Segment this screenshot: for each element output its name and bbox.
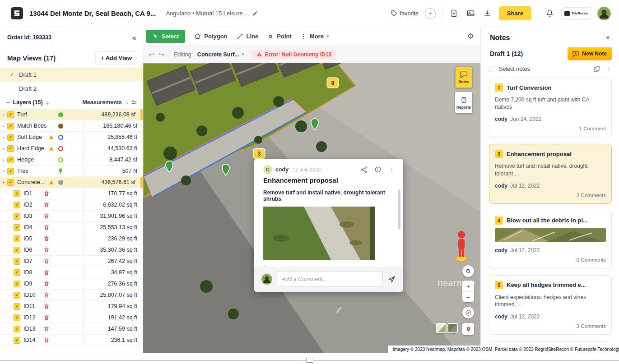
send-comment-button[interactable]	[387, 275, 396, 284]
window-resize-handle[interactable]	[306, 358, 313, 363]
new-note-button[interactable]: New Note	[568, 47, 612, 60]
sublayer-row-id2[interactable]: ID26,632.02 sq ft	[0, 199, 143, 211]
drop-pin-button[interactable]	[462, 323, 474, 335]
note-card-1[interactable]: 1 Turf Conversion Demo 7,200 sq ft tufr …	[489, 78, 612, 137]
export-notes-icon[interactable]	[594, 65, 600, 72]
sublayer-checkbox[interactable]	[14, 269, 20, 276]
expand-caret-icon[interactable]	[0, 113, 7, 117]
notifications-bell-button[interactable]	[545, 8, 555, 18]
close-panel-icon[interactable]: ×	[606, 34, 610, 41]
delete-s ublayer-icon[interactable]	[43, 190, 50, 197]
sublayer-checkbox[interactable]	[14, 224, 20, 231]
expand-caret-icon[interactable]	[0, 158, 7, 162]
notes-panel-button[interactable]: Notes	[455, 67, 472, 88]
sublayer-checkbox[interactable]	[14, 292, 20, 299]
share-button[interactable]: Share	[499, 6, 531, 20]
expand-caret-icon[interactable]	[0, 124, 7, 128]
workspace-badge[interactable]: SiteRecon	[561, 7, 591, 20]
sublayer-checkbox[interactable]	[14, 213, 20, 220]
sublayer-checkbox[interactable]	[14, 235, 20, 242]
note-card-3[interactable]: 3 Enhancement proposal Remove turf and i…	[489, 144, 612, 203]
expand-caret-icon[interactable]	[0, 135, 7, 139]
delete-sublayer-icon[interactable]	[43, 269, 50, 276]
sublayer-row-id3[interactable]: ID331,901.96 sq ft	[0, 211, 143, 222]
sublayer-row-id10[interactable]: ID1025,807.07 sq ft	[0, 290, 143, 301]
polygon-tool-button[interactable]: Polygon	[194, 33, 227, 40]
basemap-switcher[interactable]	[436, 323, 458, 333]
delete-sublayer-icon[interactable]	[43, 235, 50, 242]
layer-row-turf[interactable]: Turf 489,236.08 sf	[0, 109, 143, 120]
delete-sublayer-icon[interactable]	[43, 213, 50, 220]
delete-sublayer-icon[interactable]	[43, 258, 50, 265]
line-tool-button[interactable]: Line	[237, 33, 259, 40]
snapshot-button[interactable]	[465, 8, 476, 18]
basemap-satellite-thumb[interactable]	[447, 323, 458, 333]
sublayer-row-id13[interactable]: ID13147.59 sq ft	[0, 323, 143, 335]
layer-checkbox[interactable]	[7, 168, 14, 175]
sublayer-row-id9[interactable]: ID9276.36 sq ft	[0, 278, 143, 290]
sublayer-checkbox[interactable]	[14, 303, 20, 310]
layer-checkbox[interactable]	[7, 179, 14, 186]
measurement-settings-icon[interactable]	[131, 99, 137, 106]
sublayer-checkbox[interactable]	[14, 202, 20, 208]
sublayer-checkbox[interactable]	[14, 337, 20, 344]
note-menu-icon[interactable]: ⋮	[388, 166, 394, 173]
settings-gear-icon[interactable]: ⚙	[467, 32, 474, 41]
sublayer-row-id5[interactable]: ID5236.29 sq ft	[0, 233, 143, 244]
sublayer-checkbox[interactable]	[14, 326, 20, 332]
sublayer-row-id11[interactable]: ID11179.94 sq ft	[0, 301, 143, 312]
edit-view-name-icon[interactable]	[252, 10, 258, 16]
basemap-map-thumb[interactable]	[436, 323, 447, 333]
order-id-link[interactable]: Order Id: 193333	[7, 34, 51, 41]
sort-icon[interactable]: ↑↓	[125, 100, 128, 105]
note-card-5[interactable]: 5 Keep all hedges trimmed e... Client ex…	[489, 275, 612, 335]
sublayer-checkbox[interactable]	[14, 281, 20, 287]
add-view-button[interactable]: + Add View	[95, 51, 137, 65]
delete-sublayer-icon[interactable]	[43, 281, 50, 287]
delete-sublayer-icon[interactable]	[43, 292, 50, 299]
note-info-icon[interactable]	[374, 166, 382, 173]
layer-row-hard-edge[interactable]: Hard Edge 44,530.63 ft	[0, 143, 143, 154]
select-tool-button[interactable]: Select	[146, 30, 185, 43]
sublayer-checkbox[interactable]	[14, 314, 20, 321]
delete-sublayer-icon[interactable]	[43, 314, 50, 321]
note-marker-3[interactable]: 3	[254, 149, 265, 158]
map-canvas[interactable]: 8 3 nearmap Notes Reports	[143, 63, 480, 353]
sublayer-checkbox[interactable]	[14, 247, 20, 253]
note-comments-count[interactable]: 3 Comments	[495, 323, 606, 329]
delete-sublayer-icon[interactable]	[43, 337, 50, 344]
sublayer-checkbox[interactable]	[14, 258, 20, 265]
sublayer-row-id12[interactable]: ID12191.42 sq ft	[0, 312, 143, 323]
sublayer-row-id14[interactable]: ID14236.1 sq ft	[0, 335, 143, 346]
layer-checkbox[interactable]	[7, 123, 14, 129]
note-marker-8[interactable]: 8	[327, 78, 338, 88]
more-tools-button[interactable]: ⋮ More ▾	[301, 33, 329, 40]
layer-row-concrete[interactable]: Concrete... 436,576.61 sf	[0, 177, 143, 188]
add-tag-button[interactable]: +	[425, 8, 436, 19]
undo-icon[interactable]: ↩	[149, 51, 154, 59]
sublayer-row-id7[interactable]: ID7267.42 sq ft	[0, 256, 143, 267]
sublayer-row-id1[interactable]: ID1170.77 sq ft	[0, 188, 143, 199]
layer-checkbox[interactable]	[7, 134, 14, 141]
sublayer-row-id6[interactable]: ID635,307.36 sq ft	[0, 244, 143, 256]
favorite-tag-button[interactable]: favorite	[391, 10, 419, 17]
note-card-image[interactable]	[495, 228, 606, 242]
delete-sublayer-icon[interactable]	[43, 247, 50, 253]
layer-checkbox[interactable]	[7, 145, 14, 152]
delete-sublayer-icon[interactable]	[43, 326, 50, 332]
share-note-icon[interactable]	[360, 166, 368, 173]
redo-icon[interactable]: ↪	[159, 51, 165, 59]
layer-checkbox[interactable]	[7, 111, 14, 118]
map-search-button[interactable]	[462, 265, 474, 277]
copy-map-view-button[interactable]	[449, 8, 459, 18]
expand-caret-icon[interactable]	[0, 169, 7, 173]
download-button[interactable]	[482, 8, 493, 18]
sublayer-row-id4[interactable]: ID425,553.13 sq ft	[0, 222, 143, 233]
select-notes-checkbox[interactable]	[489, 66, 495, 72]
note-card-4[interactable]: 4 Blow out all the debris in pl... codyJ…	[489, 211, 612, 268]
note-photo[interactable]	[263, 207, 375, 260]
delete-sublayer-icon[interactable]	[43, 202, 50, 208]
collapse-sidebar-icon[interactable]: «	[132, 34, 136, 41]
layer-row-mulch-beds[interactable]: Mulch Beds 165,180.46 sf	[0, 120, 143, 132]
layer-row-tree[interactable]: Tree 507 N	[0, 166, 143, 177]
